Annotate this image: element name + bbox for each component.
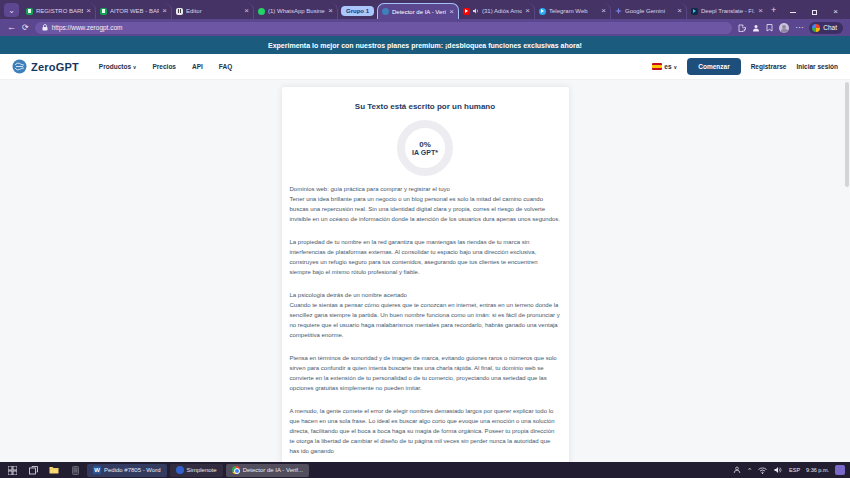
page-content: Su Texto está escrito por un humano 0% I… [0,80,850,462]
language-indicator[interactable]: ESP [789,467,800,473]
chat-button[interactable]: Chat [809,22,843,34]
close-icon[interactable]: × [162,8,167,14]
gemini-icon [615,8,622,15]
lock-icon [42,24,48,31]
taskbar-simplenote-window[interactable]: Simplenote [170,464,223,477]
login-link[interactable]: Iniciar sesión [796,63,838,70]
ai-percentage: 0% [419,140,431,149]
new-tab-button[interactable]: + [771,5,776,15]
zerogpt-logo[interactable]: ZeroGPT [12,59,79,74]
file-explorer-icon[interactable] [45,463,63,477]
register-link[interactable]: Registrarse [751,63,787,70]
zerogpt-icon [382,8,389,15]
task-view-icon[interactable] [24,463,42,477]
result-card: Su Texto está escrito por un humano 0% I… [282,87,569,462]
more-menu-icon[interactable]: ⋯ [795,23,803,32]
nav-pricing[interactable]: Precios [153,63,177,70]
banner-text: Experimenta lo mejor con nuestros planes… [268,42,582,49]
spain-flag-icon [652,63,662,70]
address-bar[interactable]: https://www.zerogpt.com [35,22,733,34]
paragraph-heading: Dominios web: guía práctica para comprar… [290,184,561,194]
taskbar-word-window[interactable]: W Pedido #7805 - Word [87,464,167,477]
close-icon[interactable]: × [677,8,682,14]
tab-group-label[interactable]: Grupo 1 [341,6,374,16]
telegram-icon [539,8,546,15]
bookmark-icon[interactable] [766,24,773,32]
chevron-down-icon: ∨ [133,64,137,70]
brain-icon [12,59,27,74]
taskbar-chrome-window[interactable]: Detector de IA - Verif... [226,464,309,477]
url-text: https://www.zerogpt.com [52,24,123,31]
tab-whatsapp-business[interactable]: (1) WhatsApp Business × [254,3,338,19]
paragraph-body: La propiedad de tu nombre en la red gara… [290,237,561,277]
extensions-icon[interactable] [738,24,746,32]
paragraph: La psicología detrás de un nombre acerta… [290,290,561,340]
nav-api[interactable]: API [192,63,203,70]
back-icon[interactable]: ← [7,23,16,32]
tab-editor[interactable]: Editor × [172,3,254,19]
youtube-icon [463,8,470,15]
reload-icon[interactable]: ⟳ [22,23,29,32]
start-button[interactable] [3,463,21,477]
system-tray: ^ ESP 9:36 p.m. [732,463,847,477]
hidden-icons-chevron[interactable]: ^ [748,467,751,473]
app-icon[interactable] [66,463,84,477]
notification-center-icon[interactable] [835,465,845,475]
browser-toolbar: ← ⟳ https://www.zerogpt.com ⋯ Chat [0,19,850,36]
paragraph-body: Piensa en términos de sonoridad y de ima… [290,353,561,393]
people-icon[interactable] [732,463,742,477]
ai-percentage-gauge: 0% IA GPT* [397,120,453,176]
close-icon[interactable]: × [525,8,530,14]
window-controls: × [784,9,848,19]
paragraph-body: A menudo, la gente comete el error de el… [290,406,561,456]
maximize-icon[interactable] [812,10,817,15]
paragraph-body: Cuando te sientas a pensar cómo quieres … [290,300,561,340]
nav-faq[interactable]: FAQ [219,63,232,70]
tab-aitor-web[interactable]: AITOR WEB - BARBAR... × [96,3,172,19]
paragraph: Dominios web: guía práctica para comprar… [290,184,561,224]
sheets-icon [100,8,107,15]
close-icon[interactable]: × [328,8,333,14]
close-icon[interactable]: × [601,8,606,14]
word-icon: W [93,466,101,474]
close-icon[interactable]: × [86,8,91,14]
nav-products[interactable]: Productos ∨ [99,63,137,70]
minimize-icon[interactable] [790,12,796,13]
tab-deepl-translate[interactable]: Deepl Translate - Fl... × [687,3,767,19]
close-icon[interactable]: × [758,8,763,14]
scrollbar-thumb[interactable] [845,82,849,187]
analyzed-text: Dominios web: guía práctica para comprar… [290,184,561,456]
speaker-icon [473,8,479,15]
main-nav: Productos ∨ Precios API FAQ [99,63,232,70]
close-icon[interactable]: × [244,8,249,14]
tab-youtube-adios-amor[interactable]: (31) Adiós Amor - × [459,3,535,19]
site-header: ZeroGPT Productos ∨ Precios API FAQ es ∨… [0,54,850,80]
tab-telegram-web[interactable]: Telegram Web × [535,3,611,19]
volume-icon[interactable] [773,463,783,477]
simplenote-icon [176,466,184,474]
paragraph-heading: La psicología detrás de un nombre acerta… [290,290,561,300]
clock[interactable]: 9:36 p.m. [806,467,829,473]
brand-name: ZeroGPT [31,61,79,73]
language-selector[interactable]: es ∨ [652,63,677,70]
whatsapp-icon [258,8,265,15]
profile-avatar[interactable] [779,23,789,33]
person-icon[interactable] [752,24,760,32]
tab-detector-de-ia[interactable]: Detector de IA - Verifi... × [377,3,459,19]
paragraph: La propiedad de tu nombre en la red gara… [290,237,561,277]
deepl-icon [691,8,698,15]
tab-search-button[interactable]: ⌄ [4,3,19,17]
tab-registro-barbara[interactable]: REGISTRO BARBARA - × [22,3,96,19]
result-title: Su Texto está escrito por un humano [290,102,561,111]
editor-icon [176,8,183,15]
premium-banner[interactable]: Experimenta lo mejor con nuestros planes… [0,36,850,54]
network-icon[interactable] [757,463,767,477]
close-icon[interactable]: × [449,9,454,15]
start-button[interactable]: Comenzar [687,58,740,75]
chevron-down-icon: ∨ [674,64,678,70]
tab-google-gemini[interactable]: Google Gemini × [611,3,687,19]
chat-extension-icon [812,24,820,32]
window-close-icon[interactable]: × [833,9,838,15]
page-scrollbar[interactable] [845,82,849,458]
chevron-down-icon: ⌄ [8,6,15,15]
